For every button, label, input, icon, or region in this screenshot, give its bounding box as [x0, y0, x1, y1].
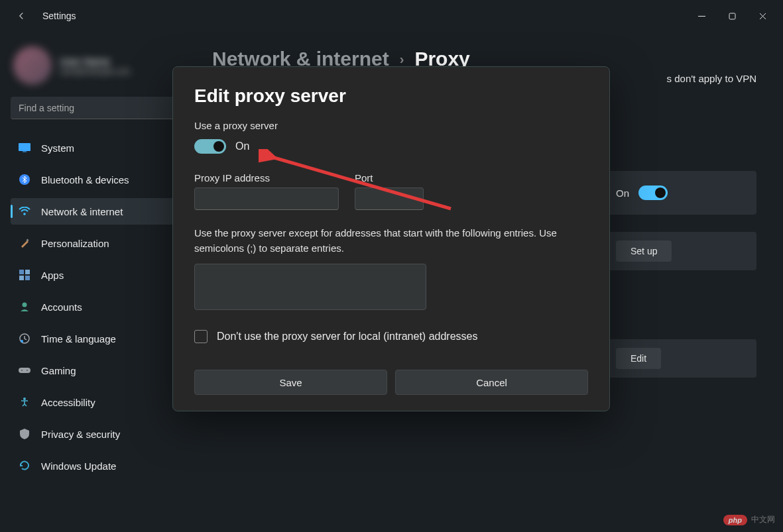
use-proxy-toggle[interactable]	[194, 139, 226, 154]
ip-field: Proxy IP address	[194, 172, 339, 210]
exceptions-help-text: Use the proxy server except for addresse…	[194, 226, 588, 256]
proxy-port-input[interactable]	[355, 187, 424, 210]
use-proxy-toggle-row: On	[194, 139, 588, 154]
dialog-overlay: Edit proxy server Use a proxy server On …	[0, 0, 783, 532]
watermark-text: 中文网	[751, 514, 775, 525]
dialog-title: Edit proxy server	[194, 85, 588, 107]
watermark: php 中文网	[723, 514, 775, 525]
ip-label: Proxy IP address	[194, 172, 339, 184]
address-port-row: Proxy IP address Port	[194, 172, 588, 210]
dialog-buttons: Save Cancel	[194, 370, 588, 395]
port-label: Port	[355, 172, 424, 184]
local-bypass-label: Don't use the proxy server for local (in…	[217, 331, 477, 343]
local-bypass-row: Don't use the proxy server for local (in…	[194, 330, 588, 343]
watermark-badge: php	[723, 515, 747, 525]
use-proxy-label: Use a proxy server	[194, 120, 588, 131]
local-bypass-checkbox[interactable]	[194, 330, 208, 343]
cancel-button[interactable]: Cancel	[395, 370, 588, 395]
save-button[interactable]: Save	[194, 370, 387, 395]
proxy-ip-input[interactable]	[194, 187, 339, 210]
exceptions-input[interactable]	[194, 264, 426, 310]
edit-proxy-dialog: Edit proxy server Use a proxy server On …	[172, 66, 610, 411]
toggle-state-label: On	[235, 140, 249, 152]
port-field: Port	[355, 172, 424, 210]
